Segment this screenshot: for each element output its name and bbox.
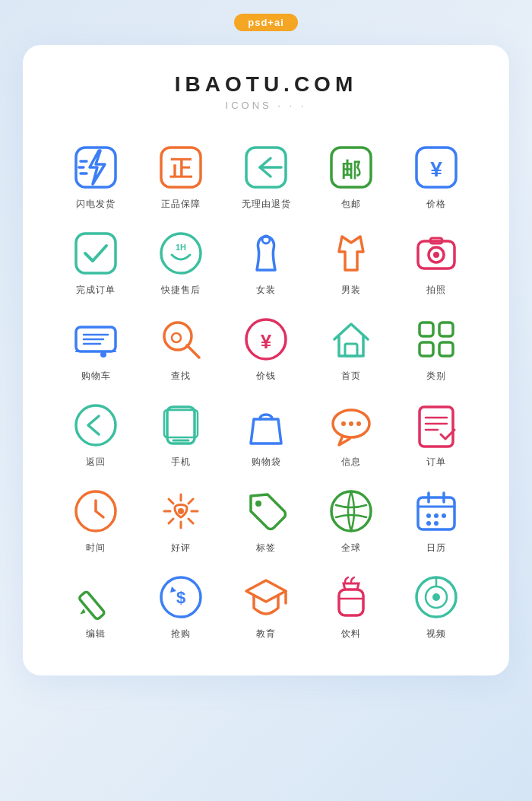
- icon-svg-flash-delivery: [71, 143, 120, 192]
- icon-svg-cart: [71, 315, 120, 364]
- icon-svg-photo: [412, 229, 461, 278]
- icon-label-global: 全球: [341, 542, 361, 555]
- icons-grid: 闪电发货 正 正品保障 无理由退货 邮 包邮 ¥: [53, 132, 479, 648]
- icon-svg-complete-order: [71, 229, 120, 278]
- card-subtitle: ICONS · · ·: [53, 100, 479, 111]
- icon-label-education: 教育: [256, 628, 276, 640]
- icon-svg-quick-after-sale: 1H: [157, 229, 205, 278]
- icon-svg-good-review: [157, 487, 205, 536]
- svg-point-13: [161, 234, 201, 273]
- icon-label-calendar: 日历: [426, 542, 446, 555]
- icon-label-return: 无理由退货: [242, 198, 291, 211]
- icon-label-tag: 标签: [256, 542, 276, 555]
- icon-cell-home: 首页: [309, 304, 394, 390]
- svg-point-42: [349, 421, 353, 426]
- icon-cell-mens: 男装: [309, 218, 394, 304]
- icon-label-mobile: 手机: [171, 456, 191, 469]
- svg-line-27: [187, 345, 199, 358]
- icon-svg-price: ¥: [412, 143, 461, 192]
- icon-cell-complete-order: 完成订单: [53, 218, 138, 304]
- icon-svg-tag: [242, 487, 290, 536]
- svg-point-59: [331, 491, 371, 531]
- icon-svg-education: [242, 573, 290, 621]
- icon-label-search: 查找: [171, 370, 191, 383]
- icon-svg-category: [412, 315, 461, 364]
- svg-point-66: [442, 513, 446, 518]
- icon-svg-mobile: [157, 401, 205, 450]
- icon-cell-mobile: 手机: [138, 390, 223, 476]
- svg-text:1H: 1H: [176, 243, 186, 252]
- icon-svg-global: [327, 487, 375, 536]
- svg-rect-32: [420, 323, 433, 336]
- svg-line-56: [188, 499, 193, 504]
- icon-label-back: 返回: [86, 456, 106, 469]
- svg-line-57: [169, 519, 173, 523]
- icon-cell-tag: 标签: [223, 476, 309, 562]
- icon-svg-search: [157, 315, 205, 364]
- svg-text:¥: ¥: [261, 330, 272, 353]
- icon-svg-back: [71, 401, 120, 450]
- icon-svg-return: [242, 143, 290, 192]
- icon-cell-calendar: 日历: [394, 476, 479, 562]
- icon-cell-price2: ¥ 价钱: [223, 304, 309, 390]
- svg-point-78: [432, 593, 440, 601]
- icon-label-order: 订单: [426, 456, 446, 469]
- svg-point-36: [76, 405, 116, 445]
- icon-cell-rush-buy: $ 抢购: [138, 562, 223, 648]
- icon-card: IBAOTU.COM ICONS · · · 闪电发货 正 正品保障 无理由退: [23, 45, 509, 675]
- svg-point-43: [356, 421, 361, 426]
- icon-svg-time: [71, 487, 120, 536]
- svg-text:$: $: [176, 588, 185, 607]
- icon-label-mens: 男装: [341, 284, 361, 297]
- icon-cell-genuine: 正 正品保障: [138, 132, 223, 218]
- icon-cell-order: 订单: [394, 390, 479, 476]
- svg-text:¥: ¥: [430, 157, 442, 181]
- icon-label-photo: 拍照: [426, 284, 446, 297]
- icon-svg-mens: [327, 229, 375, 278]
- svg-rect-33: [439, 323, 453, 336]
- icon-label-womens: 女装: [256, 284, 276, 297]
- icon-svg-home: [327, 315, 375, 364]
- svg-rect-69: [78, 591, 105, 620]
- svg-point-67: [426, 521, 431, 526]
- icon-label-edit: 编辑: [86, 628, 106, 640]
- icon-label-quick-after-sale: 快捷售后: [161, 284, 201, 297]
- svg-rect-44: [420, 407, 453, 447]
- icon-svg-video: [412, 573, 461, 621]
- svg-rect-34: [420, 342, 433, 356]
- icon-svg-genuine: 正: [157, 143, 205, 192]
- svg-point-49: [178, 508, 184, 514]
- format-badge: psd+ai: [234, 14, 298, 31]
- icon-cell-time: 时间: [53, 476, 138, 562]
- icon-cell-cart: 购物车: [53, 304, 138, 390]
- svg-point-28: [172, 333, 181, 342]
- icon-cell-mail: 邮 包邮: [309, 132, 394, 218]
- svg-point-15: [262, 236, 270, 243]
- icon-label-cart: 购物车: [81, 370, 111, 383]
- icon-cell-womens: 女装: [223, 218, 309, 304]
- icon-label-mail: 包邮: [341, 198, 361, 211]
- icon-label-good-review: 好评: [171, 542, 191, 555]
- icon-label-genuine: 正品保障: [161, 198, 201, 211]
- icon-label-complete-order: 完成订单: [76, 284, 116, 297]
- icon-cell-photo: 拍照: [394, 218, 479, 304]
- svg-rect-12: [76, 234, 116, 273]
- svg-point-68: [434, 521, 439, 526]
- icon-cell-global: 全球: [309, 476, 394, 562]
- icon-cell-education: 教育: [223, 562, 309, 648]
- svg-rect-74: [339, 590, 363, 615]
- icon-svg-order: [412, 401, 461, 450]
- icon-label-shopping-bag: 购物袋: [252, 456, 281, 469]
- icon-svg-edit: [71, 573, 120, 621]
- icon-label-flash-delivery: 闪电发货: [76, 198, 116, 211]
- svg-point-58: [255, 501, 261, 507]
- icon-cell-edit: 编辑: [53, 562, 138, 648]
- svg-text:邮: 邮: [341, 159, 361, 181]
- icon-svg-message: [327, 401, 375, 450]
- svg-text:正: 正: [169, 156, 193, 181]
- icon-label-video: 视频: [426, 628, 446, 640]
- icon-svg-womens: [242, 229, 290, 278]
- icon-label-category: 类别: [426, 370, 446, 383]
- icon-svg-mail: 邮: [327, 143, 375, 192]
- icon-cell-shopping-bag: 购物袋: [223, 390, 309, 476]
